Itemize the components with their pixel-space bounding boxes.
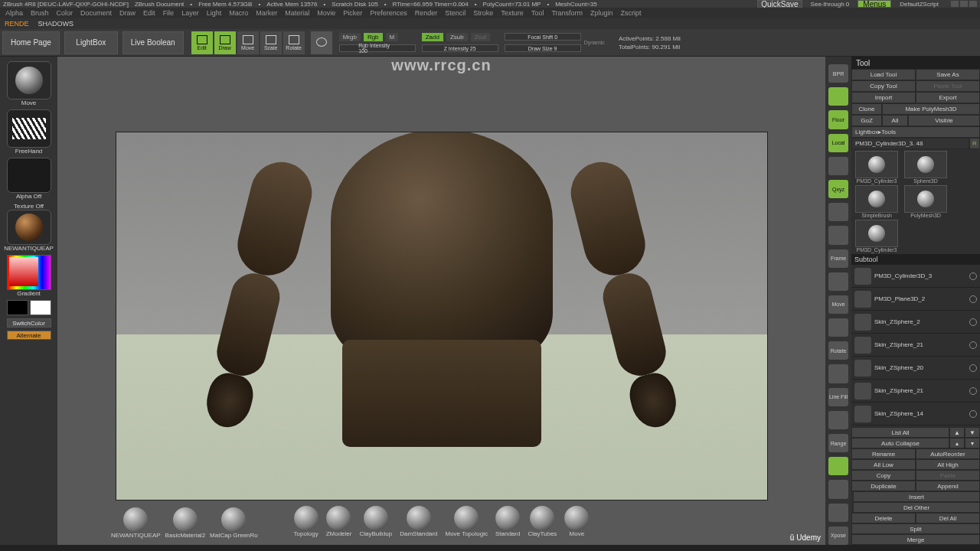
- subtool-row[interactable]: Skin_ZSphere_21: [851, 334, 980, 357]
- brush-standard[interactable]: Standard: [495, 506, 520, 537]
- r-button[interactable]: R: [969, 138, 980, 149]
- quicksave-button[interactable]: QuickSave: [757, 0, 802, 8]
- eye-icon[interactable]: [969, 364, 977, 372]
- subtool-row[interactable]: PM3D_Cylinder3D_3: [851, 265, 980, 288]
- quickpick-item[interactable]: PM3D_Cylinder3: [853, 220, 900, 253]
- zsub-toggle[interactable]: Zsub: [446, 33, 468, 41]
- menu-light[interactable]: Light: [204, 9, 224, 17]
- copy-button[interactable]: Copy: [851, 470, 916, 481]
- lightbox-tools[interactable]: Lightbox▸Tools: [851, 126, 980, 138]
- zcut-toggle[interactable]: Zcut: [471, 33, 491, 41]
- menu-draw[interactable]: Draw: [117, 9, 138, 17]
- menu-marker[interactable]: Marker: [253, 9, 279, 17]
- brush-damstandard[interactable]: DamStandard: [400, 506, 437, 537]
- quickpick-item[interactable]: Sphere3D: [902, 151, 949, 184]
- menu-zplugin[interactable]: Zplugin: [588, 9, 616, 17]
- split-accordion[interactable]: Split: [851, 523, 980, 534]
- color-picker[interactable]: Gradient: [5, 255, 53, 297]
- maximize-icon[interactable]: [960, 1, 968, 7]
- edit-mode[interactable]: Edit: [191, 31, 213, 54]
- default-zscript[interactable]: DefaultZScript: [900, 1, 939, 8]
- menu-color[interactable]: Color: [54, 9, 76, 17]
- brush-zmodeler[interactable]: ZModeler: [326, 506, 352, 537]
- swatch-main[interactable]: [7, 300, 28, 315]
- rgb-intensity-slider[interactable]: Rgb Intensity 100: [339, 44, 416, 52]
- lightbox-button[interactable]: LightBox: [64, 31, 118, 54]
- menu-alpha[interactable]: Alpha: [3, 9, 25, 17]
- minimize-icon[interactable]: [951, 1, 959, 7]
- menu-document[interactable]: Document: [78, 9, 114, 17]
- paste-button[interactable]: Paste: [916, 470, 980, 481]
- rail-rotate[interactable]: Rotate: [828, 341, 848, 360]
- draw-mode[interactable]: Draw: [214, 31, 236, 54]
- load-tool-button[interactable]: Load Tool: [851, 69, 916, 80]
- quickpick-item[interactable]: SimpleBrush: [853, 185, 900, 218]
- viewport[interactable]: www.rrcg.cn TopologyZModelerClayBuildupD…: [57, 57, 825, 545]
- eye-icon[interactable]: [969, 272, 977, 280]
- insert-button[interactable]: Insert: [853, 491, 980, 502]
- mrgb-toggle[interactable]: Mrgb: [339, 33, 361, 41]
- menu-material[interactable]: Material: [283, 9, 312, 17]
- import-button[interactable]: Import: [851, 92, 916, 103]
- canvas[interactable]: [116, 132, 767, 500]
- quickpick-item[interactable]: PolyMesh3D: [902, 185, 949, 218]
- rail-btn4[interactable]: [828, 157, 848, 175]
- subtool-row[interactable]: Skin_ZSphere_20: [851, 357, 980, 380]
- rgb-toggle[interactable]: Rgb: [364, 33, 383, 41]
- menu-transform[interactable]: Transform: [549, 9, 585, 17]
- clone-button[interactable]: Clone: [851, 103, 882, 115]
- menu-file[interactable]: File: [161, 9, 177, 17]
- rail-btn6[interactable]: [828, 203, 848, 221]
- menu-preferences[interactable]: Preferences: [368, 9, 410, 17]
- rail-btn7[interactable]: [828, 226, 848, 244]
- subtool-header[interactable]: Subtool: [851, 254, 980, 265]
- subtool-row[interactable]: Skin_ZSphere_14: [851, 403, 980, 425]
- switch-color-button[interactable]: SwitchColor: [7, 318, 51, 328]
- subtool-row[interactable]: Skin_ZSphere_2: [851, 311, 980, 334]
- close-icon[interactable]: [969, 1, 977, 7]
- make-polymesh-button[interactable]: Make PolyMesh3D: [882, 103, 980, 115]
- all-low-button[interactable]: All Low: [851, 459, 916, 470]
- brush-topology[interactable]: Topology: [294, 506, 318, 537]
- rende-label[interactable]: RENDE: [0, 20, 34, 28]
- menus-toggle[interactable]: Menus: [858, 0, 891, 8]
- m-toggle[interactable]: M: [386, 33, 399, 41]
- menu-edit[interactable]: Edit: [141, 9, 158, 17]
- rail-bpr[interactable]: BPR: [828, 64, 848, 83]
- alpha-slot[interactable]: Alpha Off: [5, 158, 53, 200]
- scale-mode[interactable]: Scale: [260, 31, 282, 54]
- rail-btn17[interactable]: [828, 457, 848, 475]
- menu-tool[interactable]: Tool: [529, 9, 547, 17]
- menu-stroke[interactable]: Stroke: [471, 9, 495, 17]
- rail-btn19[interactable]: [828, 504, 848, 522]
- draw-size-slider[interactable]: Draw Size 9: [505, 44, 581, 52]
- quickpick-item[interactable]: PM3D_Cylinder3: [853, 151, 900, 184]
- rail-btn18[interactable]: [828, 480, 848, 498]
- menu-render[interactable]: Render: [413, 9, 440, 17]
- seethrough[interactable]: See-through 0: [811, 1, 850, 8]
- brush-claybuildup[interactable]: ClayBuildup: [359, 506, 392, 537]
- rotate-mode[interactable]: Rotate: [283, 31, 305, 54]
- list-all-button[interactable]: List All: [851, 427, 949, 438]
- menu-layer[interactable]: Layer: [179, 9, 201, 17]
- eye-icon[interactable]: [969, 295, 977, 303]
- up2-icon[interactable]: ▴: [949, 438, 965, 448]
- rail-btn13[interactable]: [828, 364, 848, 383]
- delete-button[interactable]: Delete: [851, 513, 916, 523]
- merge-accordion[interactable]: Merge: [851, 534, 980, 545]
- menu-movie[interactable]: Movie: [315, 9, 338, 17]
- rail-move[interactable]: Move: [828, 295, 848, 314]
- menu-brush[interactable]: Brush: [28, 9, 51, 17]
- eye-icon[interactable]: [969, 318, 977, 326]
- duplicate-button[interactable]: Duplicate: [851, 481, 916, 491]
- menu-stencil[interactable]: Stencil: [443, 9, 468, 17]
- zadd-toggle[interactable]: Zadd: [422, 33, 443, 41]
- gradient-toggle[interactable]: Gradient: [17, 290, 41, 297]
- z-intensity-slider[interactable]: Z Intensity 25: [422, 44, 498, 52]
- rail-btn11[interactable]: [828, 318, 848, 337]
- sculptris-icon[interactable]: [311, 31, 332, 54]
- arrow-up-icon[interactable]: ▲: [949, 427, 965, 438]
- down2-icon[interactable]: ▾: [965, 438, 980, 448]
- brush-move[interactable]: Move: [564, 506, 589, 537]
- brush-slot[interactable]: Move: [5, 61, 53, 106]
